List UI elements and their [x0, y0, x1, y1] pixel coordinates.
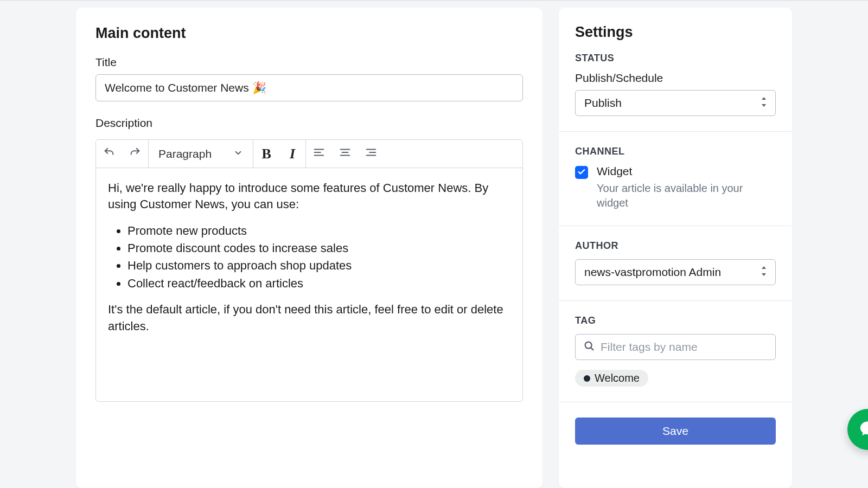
list-item: Promote new products — [127, 223, 510, 239]
settings-heading: Settings — [559, 24, 792, 41]
bold-icon: B — [261, 146, 271, 162]
tag-filter-input[interactable] — [601, 341, 768, 354]
align-right-icon — [365, 146, 377, 161]
svg-line-10 — [591, 347, 593, 349]
editor-intro: Hi, we're really happy to introduce some… — [108, 180, 510, 213]
publish-schedule-label: Publish/Schedule — [575, 72, 776, 85]
redo-icon — [129, 146, 141, 161]
editor-outro: It's the default article, if you don't n… — [108, 301, 510, 335]
italic-icon: I — [290, 146, 295, 162]
redo-button[interactable] — [122, 140, 148, 168]
main-content-heading: Main content — [95, 25, 523, 42]
check-icon — [577, 166, 586, 179]
main-content-card: Main content Title Description Parag — [76, 8, 542, 488]
undo-icon — [103, 146, 115, 161]
paragraph-style-select[interactable]: Paragraph — [149, 140, 253, 168]
channel-heading: CHANNEL — [575, 146, 776, 157]
search-icon — [583, 340, 595, 355]
undo-button[interactable] — [96, 140, 122, 168]
widget-checkbox-description: Your article is available in your widget — [597, 181, 776, 210]
author-heading: AUTHOR — [575, 240, 776, 252]
tag-chip[interactable]: Welcome — [575, 370, 648, 387]
align-left-icon — [313, 146, 325, 161]
tag-heading: TAG — [575, 315, 776, 326]
status-section: STATUS Publish/Schedule Publish — [559, 53, 792, 132]
chevron-down-icon — [233, 147, 243, 160]
status-heading: STATUS — [575, 53, 776, 64]
align-center-icon — [339, 146, 351, 161]
align-center-button[interactable] — [332, 140, 358, 168]
select-caret-icon — [760, 266, 768, 279]
list-item: Collect react/feedback on articles — [127, 275, 510, 292]
title-input[interactable] — [95, 74, 523, 101]
bold-button[interactable]: B — [253, 140, 279, 168]
chat-icon — [859, 419, 868, 440]
author-select-value: news-vastpromotion Admin — [584, 266, 721, 279]
status-select-value: Publish — [584, 97, 622, 110]
italic-button[interactable]: I — [279, 140, 305, 168]
widget-checkbox-label: Widget — [597, 165, 776, 178]
list-item: Help customers to approach shop updates — [127, 258, 510, 274]
description-label: Description — [95, 117, 523, 130]
align-left-button[interactable] — [306, 140, 332, 168]
title-label: Title — [95, 56, 523, 69]
channel-section: CHANNEL Widget Your article is available… — [559, 132, 792, 226]
status-select[interactable]: Publish — [575, 90, 776, 116]
author-select[interactable]: news-vastpromotion Admin — [575, 259, 776, 285]
editor-body[interactable]: Hi, we're really happy to introduce some… — [96, 168, 522, 401]
tag-dot-icon — [584, 375, 590, 382]
widget-checkbox[interactable] — [575, 166, 588, 179]
align-right-button[interactable] — [358, 140, 384, 168]
tag-chip-label: Welcome — [595, 372, 640, 384]
editor-bullet-list: Promote new products Promote discount co… — [127, 223, 510, 292]
author-section: AUTHOR news-vastpromotion Admin — [559, 226, 792, 301]
editor-toolbar: Paragraph B I — [96, 140, 522, 168]
select-caret-icon — [760, 97, 768, 110]
chat-bubble-button[interactable] — [847, 409, 868, 450]
list-item: Promote discount codes to increase sales — [127, 240, 510, 256]
description-editor: Paragraph B I — [95, 139, 523, 402]
tag-filter-wrap[interactable] — [575, 334, 776, 360]
save-button[interactable]: Save — [575, 418, 776, 445]
tag-section: TAG Welcome — [559, 301, 792, 402]
settings-card: Settings STATUS Publish/Schedule Publish… — [559, 8, 792, 488]
paragraph-style-label: Paragraph — [158, 147, 212, 160]
